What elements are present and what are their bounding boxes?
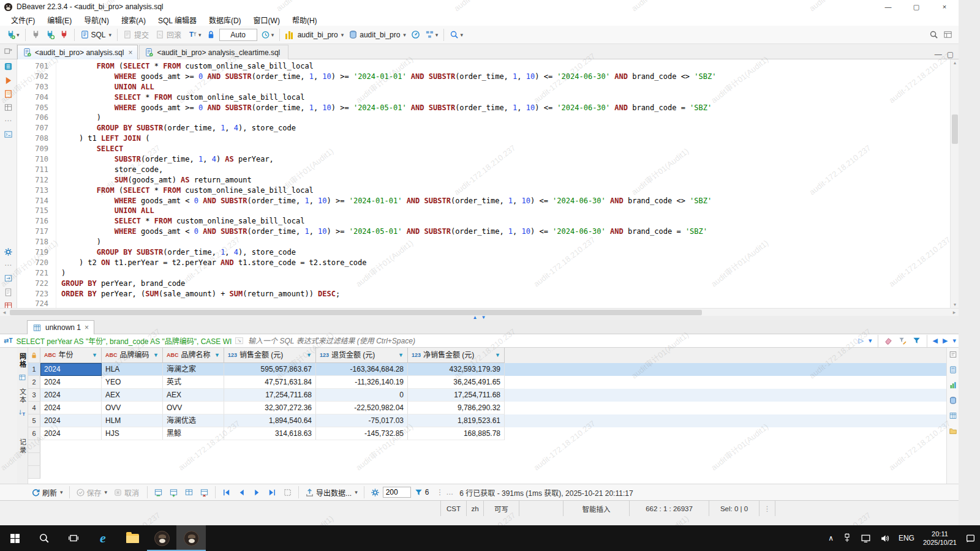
- grid-cell[interactable]: 17,254,711.68: [224, 389, 316, 402]
- menu-item[interactable]: SQL 编辑器: [152, 13, 203, 26]
- database-navigator-icon[interactable]: [4, 62, 13, 71]
- filter-settings-icon[interactable]: [912, 336, 921, 345]
- column-menu-icon[interactable]: ▼: [92, 348, 97, 363]
- minimize-view-icon[interactable]: —: [935, 50, 942, 59]
- code-text[interactable]: GROUP BY SUBSTR(order_time, 1, 4), store…: [56, 123, 296, 133]
- schema-selector[interactable]: audit_bi_pro ▾: [347, 29, 408, 40]
- first-page-icon[interactable]: [220, 487, 233, 498]
- code-text[interactable]: GROUP BY SUBSTR(order_time, 1, 4), store…: [56, 247, 296, 258]
- export-log-icon[interactable]: [4, 274, 13, 283]
- grid-cell[interactable]: -163,364,684.28: [316, 363, 408, 376]
- erase-filter-icon[interactable]: [884, 336, 893, 345]
- code-text[interactable]: WHERE goods_amt < 0 AND SUBSTR(order_tim…: [56, 196, 712, 206]
- grid-cell[interactable]: -11,326,140.19: [316, 376, 408, 389]
- grid-cell[interactable]: 2024: [40, 414, 102, 427]
- tab-text-view[interactable]: 文本: [18, 388, 28, 404]
- quick-search-button[interactable]: [927, 29, 940, 40]
- code-text[interactable]: ): [56, 237, 101, 247]
- row-number[interactable]: 2: [28, 376, 40, 389]
- grid-cell[interactable]: 314,618.63: [224, 427, 316, 440]
- run-script-icon[interactable]: [4, 75, 13, 84]
- code-text[interactable]: ) t1 LEFT JOIN (: [56, 133, 150, 144]
- file-explorer-button[interactable]: [118, 525, 147, 551]
- code-text[interactable]: [56, 299, 61, 308]
- taskbar-search-button[interactable]: [29, 525, 59, 551]
- more-icon[interactable]: ⋮: [436, 488, 443, 497]
- refresh-button[interactable]: 刷新 ▾: [29, 486, 65, 499]
- grid-cell[interactable]: HLM: [102, 414, 163, 427]
- row-number[interactable]: 5: [28, 414, 40, 427]
- dropdown-icon[interactable]: ▾: [60, 489, 63, 495]
- code-text[interactable]: ORDER BY perYear, (SUM(sale_amount) + SU…: [56, 289, 340, 299]
- status-write-mode[interactable]: 可写: [483, 501, 519, 516]
- scroll-up-icon[interactable]: ▴: [951, 60, 959, 66]
- menu-item[interactable]: 文件(F): [5, 13, 41, 26]
- code-text[interactable]: WHERE goods_amt >= 0 AND SUBSTR(order_ti…: [56, 103, 712, 113]
- grid-cell[interactable]: 海澜之家: [163, 363, 224, 376]
- scrollbar-thumb[interactable]: [952, 114, 958, 144]
- cancel-button[interactable]: 取消: [111, 486, 143, 499]
- filter-count[interactable]: 6: [412, 487, 433, 498]
- dropdown-icon[interactable]: ▾: [355, 489, 358, 495]
- code-text[interactable]: FROM (SELECT * FROM custom_online_sale_b…: [56, 61, 314, 72]
- grid-cell[interactable]: AEX: [102, 389, 163, 402]
- restore-panel-icon[interactable]: [0, 43, 17, 59]
- more-icon[interactable]: ⋯: [4, 261, 12, 269]
- maximize-view-icon[interactable]: ▢: [947, 50, 954, 59]
- volume-tray-icon[interactable]: [875, 525, 894, 551]
- language-indicator[interactable]: ENG: [894, 525, 919, 551]
- code-text[interactable]: UNION ALL: [56, 206, 154, 216]
- fetch-size-input[interactable]: [383, 487, 411, 498]
- taskbar-clock[interactable]: 20:11 2025/10/21: [919, 525, 961, 551]
- status-caret-position[interactable]: 662 : 1 : 26937: [629, 501, 709, 516]
- grid-view-icon[interactable]: [18, 373, 26, 383]
- fetch-all-icon[interactable]: [281, 487, 294, 498]
- panel-chart-icon[interactable]: [949, 381, 957, 391]
- new-connection-button[interactable]: ▾: [4, 29, 21, 40]
- panel-value-viewer-icon[interactable]: [949, 350, 957, 361]
- row-number[interactable]: 1: [28, 363, 40, 376]
- dropdown-icon[interactable]: ▾: [435, 32, 439, 38]
- code-text[interactable]: SELECT * FROM custom_online_sale_bill_lo…: [56, 216, 304, 227]
- editor-tab[interactable]: <audit_bi_pro> analysis_cleartime.sql: [139, 45, 288, 59]
- file-panel-icon[interactable]: [4, 287, 13, 296]
- dashboard-button[interactable]: [409, 29, 422, 40]
- search-button[interactable]: ▾: [448, 29, 465, 40]
- dropdown-icon[interactable]: ▾: [460, 32, 463, 38]
- sql-editor-button[interactable]: SQL ▾: [78, 29, 114, 40]
- grid-cell[interactable]: 2024: [40, 402, 102, 414]
- code-text[interactable]: ): [56, 113, 101, 123]
- usb-tray-icon[interactable]: [838, 525, 856, 551]
- editor-tab-active[interactable]: <audit_bi_pro> analysis.sql ×: [17, 45, 138, 59]
- menu-item[interactable]: 帮助(H): [286, 13, 323, 26]
- column-header[interactable]: 123净销售金额 (元)▼: [408, 348, 505, 363]
- code-text[interactable]: WHERE goods_amt < 0 AND SUBSTR(order_tim…: [56, 227, 707, 237]
- hidden-icons-chevron[interactable]: ∧: [824, 525, 838, 551]
- delete-row-icon[interactable]: [198, 487, 211, 498]
- autocommit-select[interactable]: Auto: [219, 29, 257, 41]
- grid-cell[interactable]: 432,593,179.39: [408, 363, 505, 376]
- settings-gear-icon[interactable]: [4, 247, 13, 257]
- edit-filter-icon[interactable]: [898, 336, 907, 345]
- code-text[interactable]: FROM (SELECT * FROM custom_online_sale_b…: [56, 186, 314, 196]
- code-text[interactable]: UNION ALL: [56, 82, 154, 92]
- datasource-selector[interactable]: audit_bi_pro ▾: [284, 29, 345, 40]
- tab-grid-view[interactable]: 网格: [18, 353, 28, 369]
- back-icon[interactable]: ◀: [933, 337, 938, 345]
- more-icon[interactable]: ⋯: [4, 116, 12, 125]
- column-menu-icon[interactable]: ▼: [153, 348, 159, 363]
- menu-item[interactable]: 编辑(E): [41, 13, 78, 26]
- grid-cell[interactable]: HLA: [102, 363, 163, 376]
- grid-cell[interactable]: 47,571,631.84: [224, 376, 316, 389]
- grid-cell[interactable]: 海澜优选: [163, 414, 224, 427]
- editor-vscrollbar[interactable]: ▴ ▾: [950, 59, 959, 308]
- menu-item[interactable]: 数据库(D): [203, 13, 247, 26]
- grid-cell[interactable]: 9,786,290.32: [408, 402, 505, 414]
- dropdown-icon[interactable]: ▾: [17, 32, 20, 38]
- close-tab-icon[interactable]: ×: [85, 323, 89, 332]
- internet-explorer-button[interactable]: e: [88, 525, 118, 551]
- network-tray-icon[interactable]: [856, 525, 875, 551]
- bookmark-icon[interactable]: [4, 89, 13, 99]
- grid-cell[interactable]: 595,957,863.67: [224, 363, 316, 376]
- code-text[interactable]: SELECT * FROM custom_online_sale_bill_lo…: [56, 92, 304, 103]
